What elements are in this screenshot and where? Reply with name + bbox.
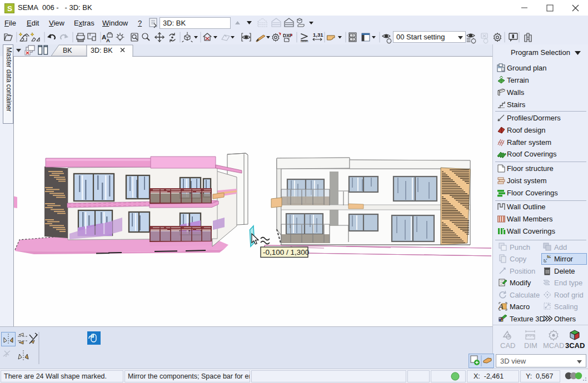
svg-text:A: A [498, 303, 504, 311]
svg-text:basiert: basiert [301, 40, 308, 43]
svg-text:BK: BK [63, 47, 72, 54]
svg-text:A: A [106, 37, 110, 43]
svg-text:1,31: 1,31 [313, 32, 323, 38]
svg-text:3D: BK: 3D: BK [91, 47, 113, 54]
svg-text:-0,100 / 1,300: -0,100 / 1,300 [263, 248, 309, 256]
